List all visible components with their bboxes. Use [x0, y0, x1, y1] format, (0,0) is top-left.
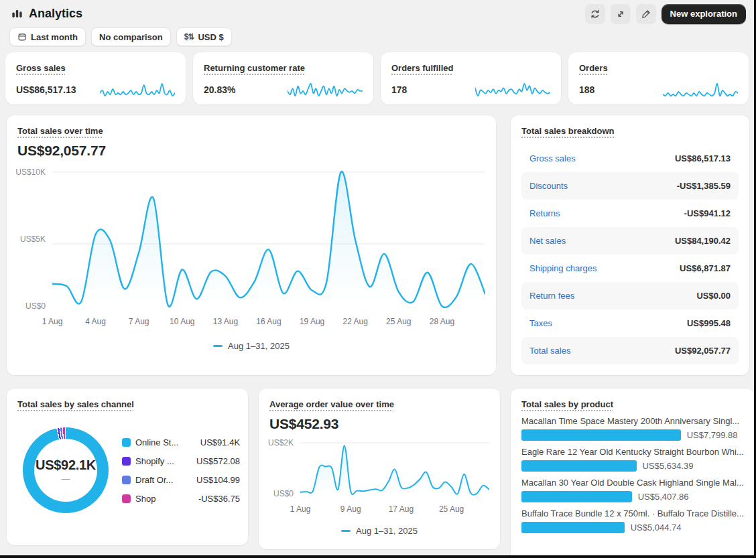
breakdown-row: Total salesUS$92,057.77	[521, 337, 739, 364]
refresh-icon	[590, 9, 601, 19]
chart-legend: Aug 1–31, 2025	[17, 341, 485, 351]
breakdown-value: US$92,057.77	[675, 346, 731, 356]
channel-label: Shop	[135, 494, 192, 504]
sales-by-product-panel: Total sales by product Macallan Time Spa…	[511, 389, 755, 558]
sales-by-channel-title[interactable]: Total sales by sales channel	[17, 399, 134, 409]
product-name: Buffalo Trace Bundle 12 x 750ml. · Buffa…	[521, 508, 744, 518]
legend-dash	[213, 345, 223, 347]
x-tick-label: 4 Aug	[85, 317, 106, 326]
breakdown-value: -US$1,385.59	[677, 181, 731, 191]
kpi-value-gross-sales: US$86,517.13	[16, 84, 76, 95]
total-sales-over-time-panel: Total sales over time US$92,057.77 US$10…	[7, 115, 496, 375]
kpi-title-orders-fulfilled[interactable]: Orders fulfilled	[391, 63, 453, 73]
currency-label: USD $	[198, 32, 223, 42]
product-value: US$7,799.88	[687, 430, 738, 440]
product-value: US$5,044.74	[631, 522, 682, 533]
breakdown-value: -US$941.12	[684, 208, 731, 218]
product-row: Macallan Time Space Mastery 200th Annive…	[521, 416, 744, 441]
breakdown-link-return-fees[interactable]: Return fees	[529, 291, 574, 301]
aov-line-chart	[300, 439, 489, 498]
breakdown-value: US$6,871.87	[680, 263, 731, 273]
total-sales-over-time-title[interactable]: Total sales over time	[17, 126, 103, 136]
x-tick-label: 19 Aug	[300, 317, 324, 326]
date-range-button[interactable]: Last month	[9, 27, 86, 46]
breakdown-link-total-sales[interactable]: Total sales	[529, 346, 570, 356]
kpi-card-orders-fulfilled: Orders fulfilled 178	[381, 52, 561, 104]
product-name: Macallan 30 Year Old Double Cask Highlan…	[521, 478, 744, 488]
product-name: Eagle Rare 12 Year Old Kentucky Straight…	[521, 447, 744, 457]
legend-item-draft-orders: Draft Or...US$104.99	[122, 475, 240, 485]
aov-y-axis-labels: US$2K US$0	[269, 439, 300, 498]
x-tick-label: 1 Aug	[290, 504, 311, 514]
channel-value: US$104.99	[196, 475, 240, 485]
aov-legend: Aug 1–31, 2025	[269, 526, 489, 536]
expand-icon	[615, 9, 626, 19]
refresh-button[interactable]	[585, 4, 605, 24]
gross-sales-sparkline	[100, 80, 175, 100]
product-row: Buffalo Trace Bundle 12 x 750ml. · Buffa…	[521, 508, 744, 533]
kpi-title-orders[interactable]: Orders	[579, 63, 608, 73]
legend-item-shopify: Shopify ...US$572.08	[122, 456, 240, 466]
edit-button[interactable]	[636, 4, 656, 24]
aov-x-axis-labels: 1 Aug9 Aug17 Aug25 Aug	[300, 504, 489, 515]
kpi-card-gross-sales: Gross sales US$86,517.13	[5, 52, 186, 104]
sales-by-product-title[interactable]: Total sales by product	[521, 399, 613, 409]
pencil-icon	[641, 9, 651, 19]
breakdown-link-returns[interactable]: Returns	[529, 208, 560, 218]
total-sales-line-chart	[52, 168, 485, 310]
legend-item-shop: Shop-US$36.75	[122, 494, 240, 504]
product-row: Eagle Rare 12 Year Old Kentucky Straight…	[521, 447, 744, 472]
legend-dash	[341, 530, 351, 532]
legend-label: Aug 1–31, 2025	[228, 341, 290, 351]
page-title-group: Analytics	[11, 7, 82, 21]
legend-item-online-store: Online St...US$91.4K	[122, 437, 240, 447]
breakdown-link-net-sales[interactable]: Net sales	[529, 236, 566, 246]
x-tick-label: 9 Aug	[340, 504, 361, 514]
donut-comparison-dash: —	[62, 474, 70, 484]
currency-button[interactable]: $⇅ USD $	[176, 27, 232, 46]
breakdown-value: US$995.48	[687, 318, 731, 328]
breakdown-link-shipping-charges[interactable]: Shipping charges	[529, 263, 596, 273]
x-tick-label: 25 Aug	[439, 504, 464, 514]
breakdown-value: US$0.00	[696, 291, 731, 301]
breakdown-link-discounts[interactable]: Discounts	[529, 181, 568, 191]
channel-value: -US$36.75	[198, 494, 240, 504]
analytics-bar-chart-icon	[11, 7, 23, 20]
kpi-value-orders-fulfilled: 178	[391, 84, 407, 95]
channel-label: Draft Or...	[135, 475, 192, 485]
x-tick-label: 7 Aug	[129, 317, 149, 326]
aov-value: US$452.93	[269, 416, 489, 432]
channel-label: Shopify ...	[135, 456, 192, 466]
aov-title[interactable]: Average order value over time	[269, 399, 394, 409]
breakdown-row: TaxesUS$995.48	[521, 309, 739, 337]
comparison-label: No comparison	[99, 32, 163, 42]
product-bar	[521, 460, 637, 472]
total-sales-breakdown-panel: Total sales breakdown Gross salesUS$86,5…	[511, 115, 749, 375]
breakdown-row: Return feesUS$0.00	[521, 282, 739, 309]
new-exploration-button[interactable]: New exploration	[662, 4, 746, 24]
y-axis-labels: US$10K US$5K US$0	[17, 168, 52, 310]
returning-rate-sparkline	[288, 80, 363, 100]
sales-by-channel-panel: Total sales by sales channel US$92.1K — …	[7, 389, 248, 545]
x-tick-label: 10 Aug	[170, 317, 194, 326]
breakdown-title[interactable]: Total sales breakdown	[521, 126, 614, 136]
kpi-title-gross-sales[interactable]: Gross sales	[16, 63, 66, 73]
orders-sparkline	[663, 80, 738, 100]
breakdown-row: Discounts-US$1,385.59	[521, 172, 739, 200]
breakdown-row: Returns-US$941.12	[521, 200, 739, 227]
expand-button[interactable]	[611, 4, 631, 24]
channel-value: US$572.08	[196, 456, 240, 466]
product-value: US$5,407.86	[638, 492, 689, 502]
product-bar	[521, 522, 625, 533]
product-value: US$5,634.39	[643, 461, 694, 471]
kpi-value-orders: 188	[579, 84, 594, 95]
donut-total-value: US$92.1K	[36, 458, 96, 473]
channel-legend: Online St...US$91.4K Shopify ...US$572.0…	[122, 437, 240, 504]
kpi-row: Gross sales US$86,517.13 Returning custo…	[5, 52, 749, 104]
calendar-icon	[17, 32, 27, 42]
comparison-button[interactable]: No comparison	[91, 27, 171, 46]
kpi-title-returning-rate[interactable]: Returning customer rate	[204, 63, 305, 73]
breakdown-link-gross-sales[interactable]: Gross sales	[529, 153, 576, 163]
product-bar	[521, 491, 632, 502]
breakdown-link-taxes[interactable]: Taxes	[529, 318, 552, 328]
